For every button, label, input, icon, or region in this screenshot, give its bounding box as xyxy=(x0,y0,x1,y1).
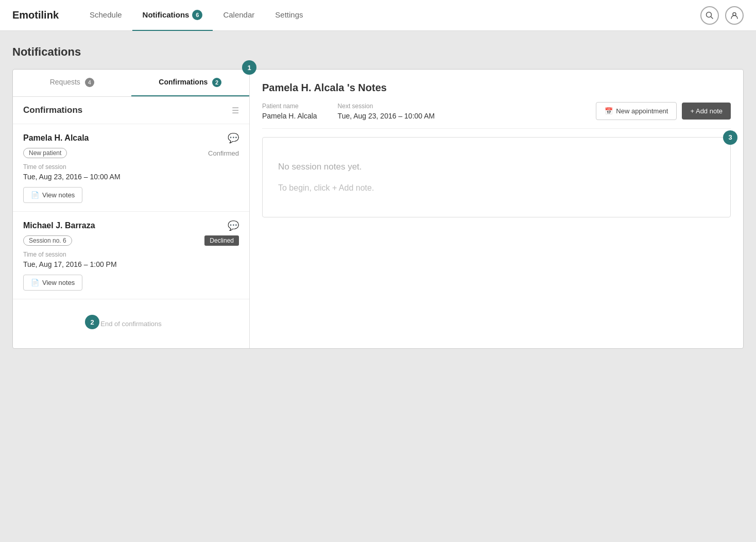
tab-confirmations[interactable]: Confirmations 2 1 xyxy=(131,70,250,96)
empty-notes: 3 No session notes yet. To begin, click … xyxy=(262,137,731,217)
session-label-0: Time of session xyxy=(23,163,239,171)
patient-name-0: Pamela H. Alcala xyxy=(23,133,89,143)
patient-tag-0: New patient xyxy=(23,148,67,158)
status-1: Declined xyxy=(204,235,239,246)
session-label-1: Time of session xyxy=(23,251,239,258)
tabs-wrapper: Requests 4 Confirmations 2 1 xyxy=(13,70,249,97)
main-layout: Requests 4 Confirmations 2 1 Confirmatio… xyxy=(12,69,744,349)
notes-meta-row: Patient name Pamela H. Alcala Next sessi… xyxy=(262,102,731,129)
next-session-label: Next session xyxy=(338,103,435,110)
patient-card-0: Pamela H. Alcala 💬 New patient Confirmed… xyxy=(13,124,249,212)
doc-icon-1: 📄 xyxy=(31,279,39,286)
next-session-value: Tue, Aug 23, 2016 – 10:00 AM xyxy=(338,112,435,120)
page-title: Notifications xyxy=(12,45,744,59)
left-panel: Requests 4 Confirmations 2 1 Confirmatio… xyxy=(13,70,250,348)
right-panel: Pamela H. Alcala 's Notes Patient name P… xyxy=(250,70,743,348)
svg-line-1 xyxy=(711,16,713,19)
step-badge-1: 1 xyxy=(242,60,256,75)
new-appointment-button[interactable]: 📅 New appointment xyxy=(596,102,677,120)
nav-schedule[interactable]: Schedule xyxy=(79,0,132,31)
patient-tag-1: Session no. 6 xyxy=(23,235,72,246)
meta-session: Next session Tue, Aug 23, 2016 – 10:00 A… xyxy=(338,103,435,120)
patient-name-label: Patient name xyxy=(262,103,317,110)
confirmations-badge: 2 xyxy=(212,78,221,87)
patient-card-header-0: Pamela H. Alcala 💬 xyxy=(23,132,239,144)
notes-title: Pamela H. Alcala 's Notes xyxy=(262,82,731,94)
patient-name-1: Michael J. Barraza xyxy=(23,221,95,230)
doc-icon-0: 📄 xyxy=(31,191,39,199)
step-badge-2: 2 xyxy=(85,315,99,329)
calendar-icon: 📅 xyxy=(605,107,613,115)
search-button[interactable] xyxy=(700,6,719,25)
empty-notes-sub: To begin, click + Add note. xyxy=(278,180,715,196)
filter-icon[interactable]: ☰ xyxy=(232,106,239,115)
view-notes-button-0[interactable]: 📄 View notes xyxy=(23,187,82,203)
page-content: Notifications Requests 4 Confirmations 2… xyxy=(0,31,756,363)
chat-icon-0[interactable]: 💬 xyxy=(228,132,239,144)
patient-name-value: Pamela H. Alcala xyxy=(262,112,317,120)
nav-settings[interactable]: Settings xyxy=(265,0,313,31)
patient-card-1: Michael J. Barraza 💬 Session no. 6 Decli… xyxy=(13,212,249,299)
notes-actions: 📅 New appointment + Add note xyxy=(596,102,731,120)
patient-tags-1: Session no. 6 Declined xyxy=(23,235,239,246)
confirmations-title: Confirmations xyxy=(23,105,82,115)
step-badge-3: 3 xyxy=(723,130,737,145)
tab-requests[interactable]: Requests 4 xyxy=(13,70,131,96)
add-note-button[interactable]: + Add note xyxy=(682,103,731,120)
status-0: Confirmed xyxy=(208,149,239,157)
confirmations-header: Confirmations ☰ xyxy=(13,97,249,124)
nav-links: Schedule Notifications 6 Calendar Settin… xyxy=(79,0,700,31)
empty-notes-title: No session notes yet. xyxy=(278,158,715,176)
end-label: End of confirmations xyxy=(100,320,162,328)
end-section: 2 End of confirmations xyxy=(13,299,249,348)
patient-tags-0: New patient Confirmed xyxy=(23,148,239,158)
meta-patient: Patient name Pamela H. Alcala xyxy=(262,103,317,120)
brand-logo: Emotilink xyxy=(12,9,59,21)
notifications-badge: 6 xyxy=(192,10,202,20)
navbar-icon-group xyxy=(700,6,744,25)
patient-card-header-1: Michael J. Barraza 💬 xyxy=(23,220,239,231)
session-time-0: Tue, Aug 23, 2016 – 10:00 AM xyxy=(23,173,239,181)
session-time-1: Tue, Aug 17, 2016 – 1:00 PM xyxy=(23,260,239,268)
notes-meta-group: Patient name Pamela H. Alcala Next sessi… xyxy=(262,103,435,120)
tabs-row: Requests 4 Confirmations 2 1 xyxy=(13,70,249,97)
nav-notifications[interactable]: Notifications 6 xyxy=(132,0,213,31)
navbar: Emotilink Schedule Notifications 6 Calen… xyxy=(0,0,756,31)
view-notes-button-1[interactable]: 📄 View notes xyxy=(23,275,82,291)
chat-icon-1[interactable]: 💬 xyxy=(228,220,239,231)
requests-badge: 4 xyxy=(85,78,94,87)
user-profile-button[interactable] xyxy=(725,6,744,25)
nav-calendar[interactable]: Calendar xyxy=(213,0,265,31)
